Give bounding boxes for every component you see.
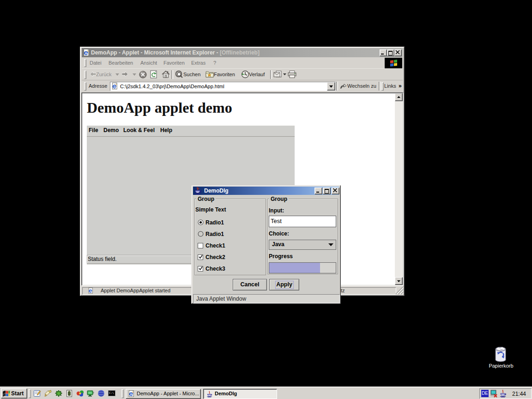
svg-text:TV: TV (93, 392, 94, 394)
svg-text:C:\: C:\ (109, 391, 114, 394)
